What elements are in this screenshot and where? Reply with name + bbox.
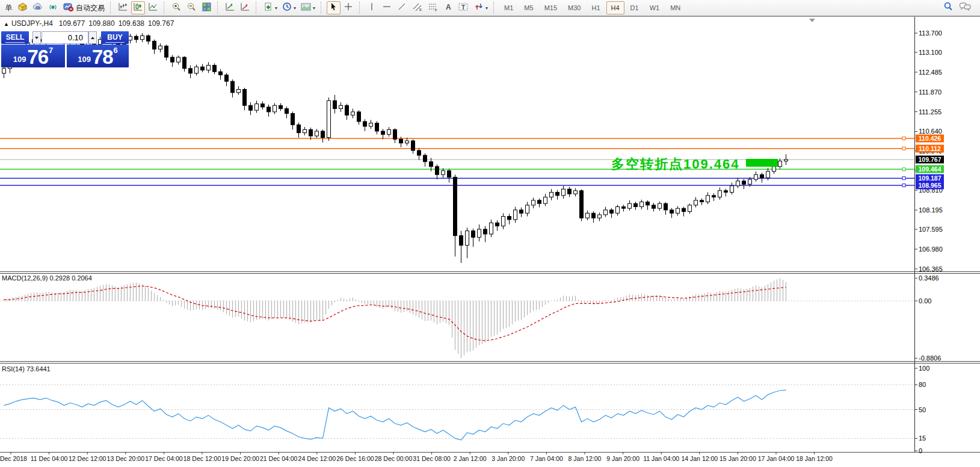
candle-bearish [622, 207, 626, 209]
lot-size-input[interactable] [42, 31, 88, 44]
bar-chart-button[interactable] [116, 1, 130, 14]
clock-icon [282, 2, 292, 14]
buy-button-label: BUY [107, 33, 122, 42]
candle-bullish [387, 129, 391, 134]
channel-icon: E [412, 2, 423, 14]
new-order-button[interactable]: 单 [1, 1, 14, 14]
collapse-arrow-icon[interactable]: ▲ [4, 21, 9, 27]
candle-bullish [141, 36, 144, 39]
horizontal-line-button[interactable] [380, 1, 394, 14]
hline-handle[interactable] [902, 137, 905, 140]
sell-button[interactable]: SELL [1, 31, 29, 44]
text-a-icon: A [444, 2, 453, 14]
candle-bullish [778, 161, 782, 167]
candle-bearish [724, 191, 728, 193]
crosshair-button[interactable] [342, 1, 356, 14]
rsi-value: 73.6441 [26, 365, 51, 373]
annotation-text[interactable]: 多空转折点109.464 [611, 155, 740, 173]
indicator-window-button[interactable] [223, 1, 237, 14]
buy-price-sup: 6 [114, 46, 118, 55]
text-button[interactable]: A [442, 1, 455, 14]
hline-handle[interactable] [902, 168, 905, 171]
toolbar: 单 自动交易 [0, 0, 980, 16]
candle-bearish [213, 65, 217, 72]
candle-bullish [730, 186, 734, 193]
text-label-button[interactable]: T [456, 1, 471, 14]
cursor-button[interactable] [327, 1, 341, 14]
vertical-line-button[interactable] [365, 1, 379, 14]
candle-bearish [592, 213, 596, 218]
chart-window-button[interactable] [16, 1, 29, 14]
candle-bearish [309, 129, 313, 136]
chevron-down-icon: ▾ [313, 5, 315, 11]
annotation-highlight-box[interactable] [746, 159, 778, 167]
timeframe-button-w1[interactable]: W1 [645, 1, 665, 14]
candle-bullish [754, 175, 758, 179]
chat-button[interactable] [957, 1, 973, 14]
tile-windows-button[interactable] [200, 1, 214, 14]
candle-bearish [538, 200, 541, 203]
toolbar-separator [493, 2, 496, 14]
buy-price-box[interactable]: 109786 [67, 45, 129, 67]
fibonacci-button[interactable]: F [426, 1, 440, 14]
timeframe-button-mn[interactable]: MN [665, 1, 685, 14]
candle-bearish [291, 114, 295, 125]
candle-bullish [694, 200, 698, 205]
candle-bearish [418, 150, 421, 155]
candle-bullish [784, 159, 788, 161]
hline-handle[interactable] [902, 184, 905, 187]
timeframe-button-m1[interactable]: M1 [499, 1, 518, 14]
candle-bearish [171, 57, 174, 62]
zoom-in-button[interactable] [170, 1, 183, 14]
timeframe-button-m5[interactable]: M5 [519, 1, 538, 14]
candle-bearish [231, 81, 235, 93]
zoom-out-icon [186, 2, 197, 14]
buy-button[interactable]: BUY [101, 31, 129, 44]
timeframe-button-h1[interactable]: H1 [587, 1, 605, 14]
candle-bullish [369, 123, 373, 126]
candle-bearish [520, 210, 523, 213]
candle-bearish [712, 196, 716, 197]
candlestick-chart-button[interactable] [131, 1, 145, 14]
candle-bearish [448, 171, 451, 178]
sell-price-prefix: 109 [13, 55, 26, 64]
search-button[interactable] [941, 1, 956, 14]
triangle-up-icon [91, 37, 94, 39]
candle-bullish [628, 203, 632, 208]
candle-bearish [219, 72, 223, 75]
trendline-button[interactable] [395, 1, 409, 14]
zoom-in-icon [171, 2, 182, 14]
macd-label: MACD(12,26,9) 0.2928 0.2064 [2, 274, 92, 282]
line-chart-button[interactable] [146, 1, 160, 14]
chevron-down-icon: ▾ [275, 5, 277, 11]
hline-handle[interactable] [902, 177, 905, 180]
equidistant-channel-button[interactable]: E [410, 1, 425, 14]
chevron-down-icon: ▾ [485, 5, 488, 11]
chart-canvas[interactable] [0, 16, 980, 467]
close-value: 109.767 [148, 19, 174, 28]
chart-shift-marker[interactable] [809, 19, 815, 22]
lot-decrease-button[interactable] [32, 31, 41, 44]
timeframe-button-m15[interactable]: M15 [540, 1, 562, 14]
hline-handle[interactable] [902, 147, 905, 150]
signals-button[interactable] [46, 1, 60, 14]
candle-bullish [550, 192, 553, 197]
timeframe-button-m30[interactable]: M30 [563, 1, 585, 14]
indicator-window-alt-button[interactable] [238, 1, 252, 14]
periods-button[interactable]: ▾ [280, 1, 298, 14]
candle-bearish [424, 155, 427, 162]
zoom-out-button[interactable] [185, 1, 199, 14]
arrows-button[interactable]: ▾ [472, 1, 490, 14]
market-watch-button[interactable] [31, 1, 45, 14]
timeframe-button-h4[interactable]: H4 [606, 1, 624, 14]
timeframe-button-d1[interactable]: D1 [626, 1, 644, 14]
mt4-application: 单 自动交易 [0, 0, 980, 467]
sell-price-box[interactable]: 109767 [1, 45, 65, 67]
templates-button[interactable]: ▾ [299, 1, 317, 14]
autotrading-button[interactable]: 自动交易 [61, 1, 106, 14]
add-indicator-button[interactable]: ▾ [262, 1, 279, 14]
candle-bearish [460, 236, 463, 246]
buy-underline [105, 42, 125, 43]
candle-bullish [442, 171, 445, 175]
lot-increase-button[interactable] [88, 31, 97, 44]
